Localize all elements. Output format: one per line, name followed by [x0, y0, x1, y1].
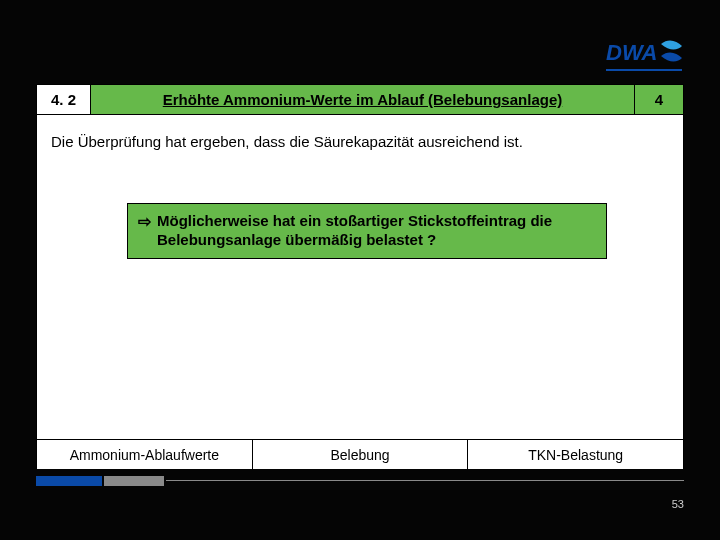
- footer-item-3: TKN-Belastung: [468, 440, 683, 469]
- lead-paragraph: Die Überprüfung hat ergeben, dass die Sä…: [51, 133, 669, 150]
- header-title: Erhöhte Ammonium-Werte im Ablauf (Belebu…: [91, 85, 635, 114]
- header-page-number: 4: [635, 85, 683, 114]
- footer-item-2: Belebung: [253, 440, 469, 469]
- footer-item-1: Ammonium-Ablaufwerte: [37, 440, 253, 469]
- header-section-number: 4. 2: [37, 85, 91, 114]
- slide-body: Die Überprüfung hat ergeben, dass die Sä…: [37, 115, 683, 439]
- arrow-right-icon: ⇨: [138, 212, 151, 232]
- callout-box: ⇨ Möglicherweise hat ein stoßartiger Sti…: [127, 203, 607, 259]
- footer-row: Ammonium-Ablaufwerte Belebung TKN-Belast…: [37, 439, 683, 469]
- decorative-footer-bar: [36, 476, 684, 490]
- slide-container: 4. 2 Erhöhte Ammonium-Werte im Ablauf (B…: [36, 84, 684, 468]
- svg-text:DWA: DWA: [606, 40, 657, 65]
- callout-text: Möglicherweise hat ein stoßartiger Stick…: [157, 212, 596, 250]
- dwa-logo: DWA: [606, 36, 684, 74]
- header-row: 4. 2 Erhöhte Ammonium-Werte im Ablauf (B…: [37, 85, 683, 115]
- slide-number: 53: [672, 498, 684, 510]
